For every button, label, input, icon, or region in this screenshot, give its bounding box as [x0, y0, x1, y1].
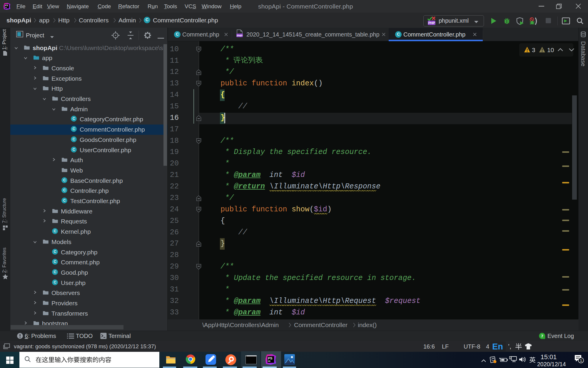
svg-text:C: C [73, 117, 75, 121]
svg-text:PS: PS [268, 357, 273, 360]
svg-text:PS: PS [5, 4, 8, 7]
svg-text:C: C [73, 147, 75, 151]
svg-text:C: C [63, 198, 66, 203]
svg-text:C: C [54, 270, 56, 274]
svg-text:C: C [73, 127, 75, 131]
svg-text:C: C [73, 137, 75, 141]
svg-text:C: C [54, 280, 56, 284]
svg-text:PHP: PHP [237, 34, 243, 37]
svg-text:C: C [54, 249, 56, 253]
svg-text:7: 7 [541, 334, 543, 338]
svg-text:C: C [397, 32, 400, 37]
svg-text:PHP: PHP [428, 21, 435, 25]
svg-text:C: C [54, 260, 56, 264]
svg-text:C: C [176, 32, 179, 37]
svg-text:C: C [146, 17, 148, 22]
svg-text:C: C [54, 229, 56, 233]
svg-text:C: C [63, 188, 66, 192]
svg-text:C: C [63, 178, 66, 182]
svg-text:1: 1 [580, 358, 582, 363]
